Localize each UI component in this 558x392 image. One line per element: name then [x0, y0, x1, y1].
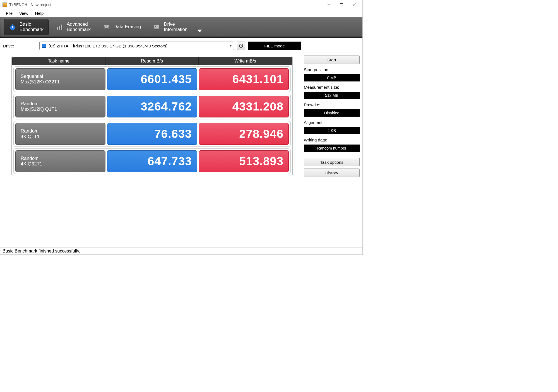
bench-row: Random Max(512K) Q1T1 3264.762 4331.208: [13, 94, 291, 119]
prewrite-value[interactable]: Disabled: [304, 109, 360, 117]
drive-selected-text: (C:) ZHITAI TiPlus7100 1TB 953.17 GB (1,…: [49, 44, 168, 48]
task-cell[interactable]: Random 4K Q32T1: [15, 150, 105, 172]
svg-rect-10: [154, 25, 159, 28]
tab-advanced-benchmark[interactable]: Advanced Benchmark: [51, 19, 96, 35]
alignment-label: Alignment:: [304, 120, 360, 125]
svg-rect-7: [57, 27, 58, 30]
erase-icon: [103, 23, 110, 31]
history-button[interactable]: History: [304, 169, 360, 177]
task-cell[interactable]: Random Max(512K) Q1T1: [15, 96, 105, 117]
task-cell[interactable]: Sequential Max(512K) Q32T1: [15, 68, 105, 90]
write-value[interactable]: 4331.208: [199, 96, 289, 117]
svg-rect-8: [59, 26, 60, 30]
drive-row: Drive: (C:) ZHITAI TiPlus7100 1TB 953.17…: [3, 40, 301, 51]
svg-rect-9: [61, 25, 62, 30]
measurement-size-label: Measurement size:: [304, 85, 360, 90]
maximize-button[interactable]: [335, 1, 348, 9]
status-bar: Basic Benchmark finished successfully.: [0, 247, 362, 254]
read-value[interactable]: 76.633: [107, 123, 197, 145]
drive-icon: [153, 23, 160, 31]
window-title: TxBENCH - New project: [9, 3, 323, 7]
svg-rect-11: [154, 28, 159, 29]
menu-view[interactable]: View: [16, 10, 32, 17]
svg-point-12: [155, 26, 156, 27]
prewrite-label: Prewrite:: [304, 102, 360, 107]
read-value[interactable]: 6601.435: [107, 68, 197, 90]
bench-row: Random 4K Q32T1 647.733 513.893: [13, 148, 291, 174]
refresh-icon: [239, 43, 244, 48]
drive-label: Drive:: [3, 44, 37, 48]
menu-help[interactable]: Help: [32, 10, 47, 17]
stopwatch-icon: [9, 23, 16, 31]
chevron-down-icon: ▾: [230, 44, 232, 48]
refresh-button[interactable]: [237, 42, 245, 50]
close-button[interactable]: [348, 1, 360, 9]
benchmark-header: Task name Read mB/s Write mB/s: [12, 57, 292, 65]
measurement-size-value[interactable]: 512 MB: [304, 92, 360, 99]
tabbar: Basic Benchmark Advanced Benchmark Data …: [0, 17, 362, 38]
file-mode-button[interactable]: FILE mode: [248, 42, 301, 50]
writing-data-label: Writing data:: [304, 138, 360, 142]
benchmark-table: Task name Read mB/s Write mB/s Sequentia…: [11, 56, 293, 176]
start-button[interactable]: Start: [304, 56, 360, 64]
window-titlebar: TxBENCH - New project: [0, 0, 362, 9]
tab-overflow-arrow[interactable]: [198, 30, 202, 32]
bench-row: Random 4K Q1T1 76.633 278.946: [13, 121, 291, 147]
menu-file[interactable]: File: [3, 10, 16, 17]
alignment-value[interactable]: 4 KB: [304, 127, 360, 134]
app-icon: [3, 3, 7, 7]
tab-label: Drive Information: [164, 22, 187, 32]
write-value[interactable]: 6431.101: [199, 68, 289, 90]
svg-rect-1: [340, 4, 343, 6]
write-value[interactable]: 278.946: [199, 123, 289, 145]
svg-rect-5: [12, 24, 13, 25]
bench-row: Sequential Max(512K) Q32T1 6601.435 6431…: [13, 66, 291, 92]
tab-label: Data Erasing: [114, 24, 141, 30]
header-write: Write mB/s: [199, 57, 292, 65]
writing-data-value[interactable]: Random number: [304, 145, 360, 152]
tab-label: Basic Benchmark: [20, 22, 44, 32]
start-position-value[interactable]: 0 MB: [304, 74, 360, 81]
tab-label: Advanced Benchmark: [67, 22, 91, 32]
tab-data-erasing[interactable]: Data Erasing: [98, 19, 146, 35]
drive-select[interactable]: (C:) ZHITAI TiPlus7100 1TB 953.17 GB (1,…: [39, 42, 234, 50]
disk-icon: [42, 44, 46, 48]
tab-basic-benchmark[interactable]: Basic Benchmark: [4, 19, 49, 35]
tab-drive-information[interactable]: Drive Information: [148, 19, 193, 35]
status-text: Basic Benchmark finished successfully.: [3, 249, 80, 254]
task-cell[interactable]: Random 4K Q1T1: [15, 123, 105, 145]
task-options-button[interactable]: Task options: [304, 158, 360, 166]
menubar: File View Help: [0, 9, 362, 17]
read-value[interactable]: 647.733: [107, 150, 197, 172]
side-panel: Start Start position: 0 MB Measurement s…: [304, 56, 360, 247]
bars-icon: [56, 23, 63, 31]
header-task: Task name: [12, 57, 105, 65]
minimize-button[interactable]: [323, 1, 335, 9]
start-position-label: Start position:: [304, 67, 360, 72]
write-value[interactable]: 513.893: [199, 150, 289, 172]
read-value[interactable]: 3264.762: [107, 96, 197, 117]
header-read: Read mB/s: [105, 57, 199, 65]
